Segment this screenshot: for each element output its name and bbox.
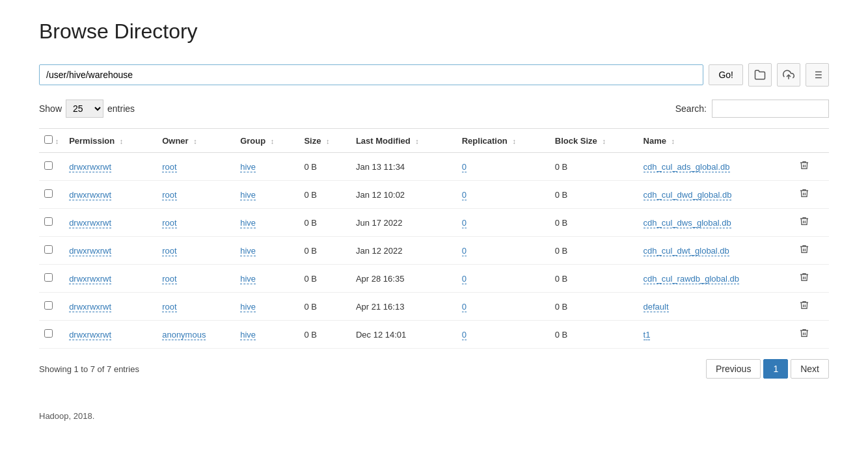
name-link-3[interactable]: cdh_cul_dwt_global.db xyxy=(644,246,729,256)
col-permission[interactable]: Permission ↕ xyxy=(64,129,157,153)
trash-icon xyxy=(799,272,809,282)
owner-link-3[interactable]: root xyxy=(162,246,176,256)
col-size[interactable]: Size ↕ xyxy=(299,129,351,153)
col-actions xyxy=(791,129,829,153)
replication-link-1[interactable]: 0 xyxy=(462,190,467,200)
list-button[interactable] xyxy=(806,63,829,87)
delete-button-6[interactable] xyxy=(796,327,812,342)
folder-button[interactable] xyxy=(748,63,772,87)
path-input[interactable] xyxy=(39,64,703,85)
table-row: drwxrwxrwt root hive 0 B Jan 13 11:34 0 … xyxy=(39,153,829,181)
modified-cell-3: Jan 12 2022 xyxy=(351,237,457,265)
permission-link-2[interactable]: drwxrwxrwt xyxy=(69,218,111,228)
row-checkbox-0[interactable] xyxy=(44,161,53,170)
footer-text: Hadoop, 2018. xyxy=(39,411,94,421)
select-all-col: ↕ xyxy=(39,129,64,153)
delete-button-1[interactable] xyxy=(796,187,812,202)
table-row: drwxrwxrwt anonymous hive 0 B Dec 12 14:… xyxy=(39,321,829,349)
group-link-5[interactable]: hive xyxy=(240,302,256,312)
search-input[interactable] xyxy=(712,100,829,118)
row-checkbox-5[interactable] xyxy=(44,301,53,310)
owner-link-5[interactable]: root xyxy=(162,302,176,312)
controls-row: Show 10 25 50 100 entries Search: xyxy=(39,100,829,118)
owner-link-1[interactable]: root xyxy=(162,190,176,200)
replication-link-2[interactable]: 0 xyxy=(462,218,467,228)
name-link-5[interactable]: default xyxy=(644,302,669,312)
col-block-size[interactable]: Block Size ↕ xyxy=(550,129,638,153)
col-name[interactable]: Name ↕ xyxy=(638,129,792,153)
upload-button[interactable] xyxy=(777,63,800,87)
name-link-1[interactable]: cdh_cul_dwd_global.db xyxy=(644,190,732,200)
replication-link-5[interactable]: 0 xyxy=(462,302,467,312)
directory-table: ↕ Permission ↕ Owner ↕ Group ↕ Size ↕ La… xyxy=(39,128,829,349)
permission-link-3[interactable]: drwxrwxrwt xyxy=(69,246,111,256)
delete-button-4[interactable] xyxy=(796,271,812,286)
name-link-4[interactable]: cdh_cul_rawdb_global.db xyxy=(644,274,739,284)
size-cell-6: 0 B xyxy=(299,321,351,349)
replication-link-3[interactable]: 0 xyxy=(462,246,467,256)
name-link-2[interactable]: cdh_cul_dws_global.db xyxy=(644,218,731,228)
search-row: Search: xyxy=(675,100,829,118)
group-link-3[interactable]: hive xyxy=(240,246,256,256)
name-link-6[interactable]: t1 xyxy=(644,330,651,340)
group-link-6[interactable]: hive xyxy=(240,330,256,340)
row-checkbox-3[interactable] xyxy=(44,245,53,254)
group-link-4[interactable]: hive xyxy=(240,274,256,284)
size-cell-5: 0 B xyxy=(299,293,351,321)
replication-link-6[interactable]: 0 xyxy=(462,330,467,340)
path-bar: Go! xyxy=(39,63,829,87)
row-checkbox-6[interactable] xyxy=(44,329,53,338)
replication-link-4[interactable]: 0 xyxy=(462,274,467,284)
owner-link-2[interactable]: root xyxy=(162,218,176,228)
row-checkbox-2[interactable] xyxy=(44,217,53,226)
show-label: Show xyxy=(39,103,62,114)
blocksize-cell-3: 0 B xyxy=(550,237,638,265)
modified-cell-4: Apr 28 16:35 xyxy=(351,265,457,293)
col-group[interactable]: Group ↕ xyxy=(235,129,299,153)
delete-button-5[interactable] xyxy=(796,299,812,314)
trash-icon xyxy=(799,160,809,170)
owner-link-0[interactable]: root xyxy=(162,162,176,172)
blocksize-cell-4: 0 B xyxy=(550,265,638,293)
next-button[interactable]: Next xyxy=(791,359,829,379)
show-entries: Show 10 25 50 100 entries xyxy=(39,100,135,118)
entries-select[interactable]: 10 25 50 100 xyxy=(66,100,103,118)
table-row: drwxrwxrwt root hive 0 B Jan 12 2022 0 0… xyxy=(39,237,829,265)
permission-link-6[interactable]: drwxrwxrwt xyxy=(69,330,111,340)
delete-button-3[interactable] xyxy=(796,243,812,258)
go-button[interactable]: Go! xyxy=(709,64,743,85)
blocksize-cell-0: 0 B xyxy=(550,153,638,181)
modified-cell-6: Dec 12 14:01 xyxy=(351,321,457,349)
blocksize-cell-2: 0 B xyxy=(550,209,638,237)
size-cell-4: 0 B xyxy=(299,265,351,293)
permission-link-4[interactable]: drwxrwxrwt xyxy=(69,274,111,284)
permission-link-0[interactable]: drwxrwxrwt xyxy=(69,162,111,172)
group-link-1[interactable]: hive xyxy=(240,190,256,200)
delete-button-0[interactable] xyxy=(796,159,812,174)
name-link-0[interactable]: cdh_cul_ads_global.db xyxy=(644,162,730,172)
row-checkbox-4[interactable] xyxy=(44,273,53,282)
group-link-0[interactable]: hive xyxy=(240,162,256,172)
col-last-modified[interactable]: Last Modified ↕ xyxy=(351,129,457,153)
permission-link-5[interactable]: drwxrwxrwt xyxy=(69,302,111,312)
owner-link-6[interactable]: anonymous xyxy=(162,330,206,340)
col-replication[interactable]: Replication ↕ xyxy=(457,129,550,153)
col-owner[interactable]: Owner ↕ xyxy=(157,129,235,153)
select-all-checkbox[interactable] xyxy=(44,135,53,144)
table-row: drwxrwxrwt root hive 0 B Apr 28 16:35 0 … xyxy=(39,265,829,293)
previous-button[interactable]: Previous xyxy=(706,359,761,379)
replication-link-0[interactable]: 0 xyxy=(462,162,467,172)
delete-button-2[interactable] xyxy=(796,215,812,230)
size-cell-3: 0 B xyxy=(299,237,351,265)
group-link-2[interactable]: hive xyxy=(240,218,256,228)
owner-link-4[interactable]: root xyxy=(162,274,176,284)
entries-label: entries xyxy=(107,103,135,114)
page-1-button[interactable]: 1 xyxy=(763,359,788,379)
table-row: drwxrwxrwt root hive 0 B Jan 12 10:02 0 … xyxy=(39,181,829,209)
list-icon xyxy=(811,69,823,81)
sort-arrows: ↕ xyxy=(55,137,59,145)
row-checkbox-1[interactable] xyxy=(44,189,53,198)
permission-link-1[interactable]: drwxrwxrwt xyxy=(69,190,111,200)
folder-icon xyxy=(754,69,766,81)
modified-cell-1: Jan 12 10:02 xyxy=(351,181,457,209)
